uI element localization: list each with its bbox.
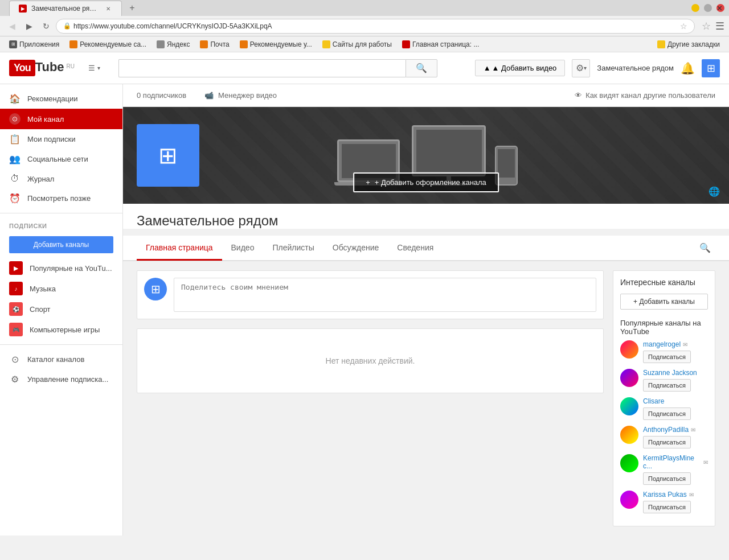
subscribe-suzanne[interactable]: Подписаться <box>643 379 691 392</box>
sidebar-manage[interactable]: ⚙ Управление подписка... <box>0 369 122 389</box>
tab-info[interactable]: Сведения <box>388 236 443 261</box>
banner-logo-icon: ⊞ <box>158 142 178 168</box>
post-input[interactable] <box>174 278 596 312</box>
verified-icon: ✉ <box>683 341 687 348</box>
interesting-channels-title: Интересные каналы <box>620 278 708 287</box>
title-bar: ▶ Замечательное рядом - ✕ + ✕ <box>0 0 729 16</box>
verified-icon-4: ✉ <box>689 492 694 498</box>
add-channels-right-button[interactable]: + Добавить каналы <box>620 294 708 310</box>
youtube-logo[interactable]: You Tube RU <box>9 60 75 76</box>
music-label: Музыка <box>30 285 56 293</box>
browser-menu-icon[interactable]: ☰ <box>715 20 724 32</box>
maximize-button[interactable] <box>704 4 712 12</box>
subscribe-clisare[interactable]: Подписаться <box>643 407 691 420</box>
youtube-header: You Tube RU ☰ ▾ 🔍 ▲ ▲ Добавить видео ⚙ ▾… <box>0 52 729 84</box>
tab-discussion[interactable]: Обсуждение <box>323 236 388 261</box>
sidebar-item-social[interactable]: 👥 Социальные сети <box>0 149 122 169</box>
view-as-text: Как видят канал другие пользователи <box>585 91 715 100</box>
sidebar-divider-2 <box>0 344 122 345</box>
sport-icon: ⚽ <box>9 302 23 316</box>
bookmark-mail[interactable]: Почта <box>195 39 234 50</box>
sidebar-bottom: ⊙ Каталог каналов ⚙ Управление подписка.… <box>0 349 122 389</box>
tab-video[interactable]: Видео <box>222 236 264 261</box>
popular-channels-title: Популярные каналы на YouTube <box>620 319 708 336</box>
subscribe-anthony[interactable]: Подписаться <box>643 436 691 448</box>
logo-ru: RU <box>67 63 75 69</box>
sidebar-label-subscriptions: Мои подписки <box>27 135 75 143</box>
bookmark-star-icon[interactable]: ☆ <box>680 22 687 31</box>
channel-rec-kermit: KermitPlaysMine c... ✉ Подписаться <box>620 454 708 485</box>
sidebar-sub-popular[interactable]: ▶ Популярные на YouTu... <box>0 258 122 278</box>
bookmark-sites[interactable]: Сайты для работы <box>318 39 396 50</box>
sidebar-item-subscriptions[interactable]: 📋 Мои подписки <box>0 129 122 149</box>
channel-link-mangelrogel[interactable]: mangelrogel ✉ <box>643 340 708 348</box>
upload-icon: ▲ <box>484 64 491 72</box>
browser-tab[interactable]: ▶ Замечательное рядом - ✕ <box>9 1 122 16</box>
bookmark-main[interactable]: Главная страница: ... <box>398 39 484 50</box>
refresh-button[interactable]: ↻ <box>39 19 54 34</box>
add-channel-art-button[interactable]: + + Добавить оформление канала <box>353 172 499 192</box>
close-button[interactable]: ✕ <box>716 4 724 12</box>
settings-button[interactable]: ⚙ ▾ <box>572 59 590 77</box>
bookmark-rec1[interactable]: Рекомендуемые са... <box>65 39 151 50</box>
url-text: https://www.youtube.com/channel/UCRYKnys… <box>73 22 678 30</box>
bookmark-other[interactable]: Другие закладки <box>653 39 724 50</box>
channel-link-suzanne[interactable]: Suzanne Jackson <box>643 369 708 377</box>
bookmarks-bar: ⊞ Приложения Рекомендуемые са... Яндекс … <box>0 36 729 52</box>
subscribe-kermit[interactable]: Подписаться <box>643 472 691 485</box>
bookmark-apps[interactable]: ⊞ Приложения <box>5 39 64 50</box>
bookmark-rec2[interactable]: Рекомендуемые у... <box>235 39 317 50</box>
hamburger-menu[interactable]: ☰ ▾ <box>88 64 100 72</box>
subscriber-count-text: 0 подписчиков <box>137 91 186 100</box>
settings-dropdown-icon: ▾ <box>584 65 587 71</box>
banner-globe-icon: 🌐 <box>708 186 720 197</box>
video-manager-link[interactable]: 📹 Менеджер видео <box>204 91 277 100</box>
minimize-button[interactable] <box>691 4 699 12</box>
sidebar-sub-music[interactable]: ♪ Музыка <box>0 278 122 299</box>
channel-banner: ⊞ <box>123 107 729 204</box>
sidebar-sub-games[interactable]: 🎮 Компьютерные игры <box>0 319 122 340</box>
back-button[interactable]: ◀ <box>5 19 19 34</box>
channel-link-anthony[interactable]: AnthonyPadilla ✉ <box>643 426 708 434</box>
apps-grid-button[interactable]: ⊞ <box>702 59 720 77</box>
channel-rec-suzanne: Suzanne Jackson Подписаться <box>620 369 708 392</box>
video-manager-icon: 📹 <box>204 91 214 100</box>
bookmark-yandex[interactable]: Яндекс <box>152 39 194 50</box>
ssl-lock-icon: 🔒 <box>63 22 71 30</box>
avatar-karissa <box>620 491 638 509</box>
sidebar-item-recommendations[interactable]: 🏠 Рекомендации <box>0 89 122 109</box>
tab-search-icon[interactable]: 🔍 <box>695 236 715 260</box>
sidebar-item-my-channel[interactable]: ⊙ Мой канал <box>0 109 122 129</box>
nav-bar: ◀ ▶ ↻ 🔒 https://www.youtube.com/channel/… <box>0 16 729 36</box>
channel-stats-bar: 0 подписчиков 📹 Менеджер видео 👁 Как вид… <box>123 84 729 107</box>
subscriptions-section-title: ПОДПИСКИ <box>0 218 122 232</box>
sidebar-sub-sport[interactable]: ⚽ Спорт <box>0 299 122 319</box>
sidebar-item-journal[interactable]: ⏱ Журнал <box>0 169 122 188</box>
channel-content: 0 подписчиков 📹 Менеджер видео 👁 Как вид… <box>123 84 729 536</box>
search-button[interactable]: 🔍 <box>406 59 437 77</box>
tab-playlists[interactable]: Плейлисты <box>263 236 323 261</box>
sidebar-catalog[interactable]: ⊙ Каталог каналов <box>0 349 122 369</box>
tab-close-button[interactable]: ✕ <box>104 5 112 13</box>
channel-link-kermit[interactable]: KermitPlaysMine c... ✉ <box>643 454 708 470</box>
favorite-icon[interactable]: ☆ <box>702 20 711 32</box>
subscribe-mangelrogel[interactable]: Подписаться <box>643 351 691 363</box>
settings-icon: ⚙ <box>576 63 584 73</box>
channel-link-clisare[interactable]: Clisare <box>643 397 708 405</box>
avatar-suzanne <box>620 369 638 387</box>
url-bar[interactable]: 🔒 https://www.youtube.com/channel/UCRYKn… <box>56 19 695 34</box>
notification-bell-icon[interactable]: 🔔 <box>681 61 695 75</box>
forward-button[interactable]: ▶ <box>22 19 36 34</box>
subscribe-karissa[interactable]: Подписаться <box>643 501 691 513</box>
sidebar-label-social: Социальные сети <box>27 155 88 163</box>
no-activity-text: Нет недавних действий. <box>326 356 415 365</box>
add-channels-button[interactable]: Добавить каналы <box>9 236 113 253</box>
add-video-button[interactable]: ▲ ▲ Добавить видео <box>475 60 566 76</box>
view-as-others-link[interactable]: 👁 Как видят канал другие пользователи <box>575 91 715 100</box>
new-tab-button[interactable]: + <box>124 0 140 16</box>
sidebar-item-watch-later[interactable]: ⏰ Посмотреть позже <box>0 188 122 208</box>
sidebar-divider <box>0 213 122 213</box>
tab-main-page[interactable]: Главная страница <box>137 236 222 261</box>
search-input[interactable] <box>118 59 406 77</box>
channel-link-karissa[interactable]: Karissa Pukas ✉ <box>643 491 708 499</box>
